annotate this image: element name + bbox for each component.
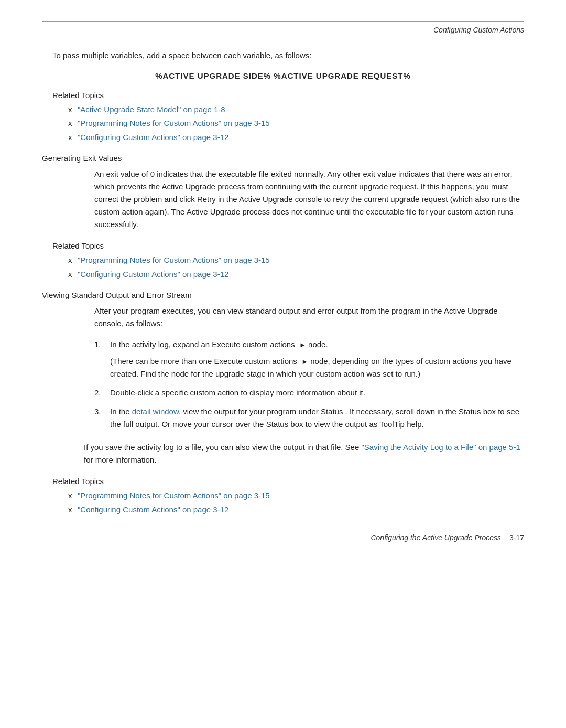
- related-topics-label-1: Related Topics: [42, 91, 524, 100]
- list-item: "Configuring Custom Actions" on page 3-1…: [68, 504, 524, 516]
- viewing-steps-list: 1. In the activity log, expand an Execut…: [42, 338, 524, 431]
- arrow-icon-2: ►: [301, 358, 308, 366]
- related-list-3: "Programming Notes for Custom Actions" o…: [42, 490, 524, 516]
- step-3: 3. In the detail window, view the output…: [94, 405, 524, 431]
- footer-page-number: 3-17: [509, 533, 524, 542]
- footer-title: Configuring the Active Upgrade Process: [371, 533, 501, 542]
- related-topics-section-2: Related Topics "Programming Notes for Cu…: [42, 241, 524, 280]
- list-item: "Configuring Custom Actions" on page 3-1…: [68, 132, 524, 144]
- step-num-1: 1.: [94, 338, 101, 351]
- link-active-upgrade-state-model[interactable]: "Active Upgrade State Model" on page 1-8: [78, 105, 225, 114]
- viewing-section: Viewing Standard Output and Error Stream…: [42, 291, 524, 431]
- link-configuring-custom-actions-1[interactable]: "Configuring Custom Actions" on page 3-1…: [78, 133, 228, 142]
- link-programming-notes-2[interactable]: "Programming Notes for Custom Actions" o…: [78, 255, 270, 264]
- viewing-body: After your program executes, you can vie…: [42, 305, 524, 330]
- step-1-sub: (There can be more than one Execute cust…: [110, 355, 524, 380]
- step-num-2: 2.: [94, 387, 101, 399]
- saving-text-before: If you save the activity log to a file, …: [84, 443, 361, 452]
- list-item: "Programming Notes for Custom Actions" o…: [68, 254, 524, 266]
- saving-text-after: for more information.: [84, 455, 156, 464]
- link-programming-notes-1[interactable]: "Programming Notes for Custom Actions" o…: [78, 119, 270, 127]
- list-item: "Programming Notes for Custom Actions" o…: [68, 490, 524, 502]
- related-topics-section-3: Related Topics "Programming Notes for Cu…: [42, 477, 524, 516]
- list-item: "Active Upgrade State Model" on page 1-8: [68, 104, 524, 116]
- header-rule: [42, 21, 524, 22]
- related-topics-label-3: Related Topics: [42, 477, 524, 486]
- exit-values-section: Generating Exit Values An exit value of …: [42, 154, 524, 231]
- saving-paragraph: If you save the activity log to a file, …: [42, 441, 524, 466]
- related-topics-section-1: Related Topics "Active Upgrade State Mod…: [42, 91, 524, 144]
- page-footer: Configuring the Active Upgrade Process 3…: [42, 533, 524, 542]
- command-block: %ACTIVE UPGRADE SIDE% %ACTIVE UPGRADE RE…: [42, 71, 524, 80]
- link-programming-notes-3[interactable]: "Programming Notes for Custom Actions" o…: [78, 491, 270, 500]
- step-num-3: 3.: [94, 405, 101, 418]
- saving-activity-log-link[interactable]: "Saving the Activity Log to a File" on p…: [361, 443, 520, 452]
- related-list-1: "Active Upgrade State Model" on page 1-8…: [42, 104, 524, 144]
- header-title: Configuring Custom Actions: [433, 26, 524, 34]
- list-item: "Configuring Custom Actions" on page 3-1…: [68, 269, 524, 281]
- arrow-icon-1: ►: [299, 341, 306, 349]
- step-2: 2. Double-click a specific custom action…: [94, 387, 524, 399]
- exit-values-heading: Generating Exit Values: [42, 154, 524, 163]
- exit-values-body: An exit value of 0 indicates that the ex…: [42, 168, 524, 231]
- related-topics-label-2: Related Topics: [42, 241, 524, 250]
- page-header: Configuring Custom Actions: [42, 26, 524, 34]
- link-configuring-custom-actions-2[interactable]: "Configuring Custom Actions" on page 3-1…: [78, 270, 228, 279]
- related-list-2: "Programming Notes for Custom Actions" o…: [42, 254, 524, 280]
- link-configuring-custom-actions-3[interactable]: "Configuring Custom Actions" on page 3-1…: [78, 505, 228, 514]
- list-item: "Programming Notes for Custom Actions" o…: [68, 117, 524, 130]
- viewing-heading: Viewing Standard Output and Error Stream: [42, 291, 524, 299]
- step-2-text: Double-click a specific custom action to…: [110, 388, 365, 397]
- detail-window-link[interactable]: detail window: [132, 407, 179, 416]
- intro-paragraph: To pass multiple variables, add a space …: [42, 50, 524, 62]
- step-1: 1. In the activity log, expand an Execut…: [94, 338, 524, 380]
